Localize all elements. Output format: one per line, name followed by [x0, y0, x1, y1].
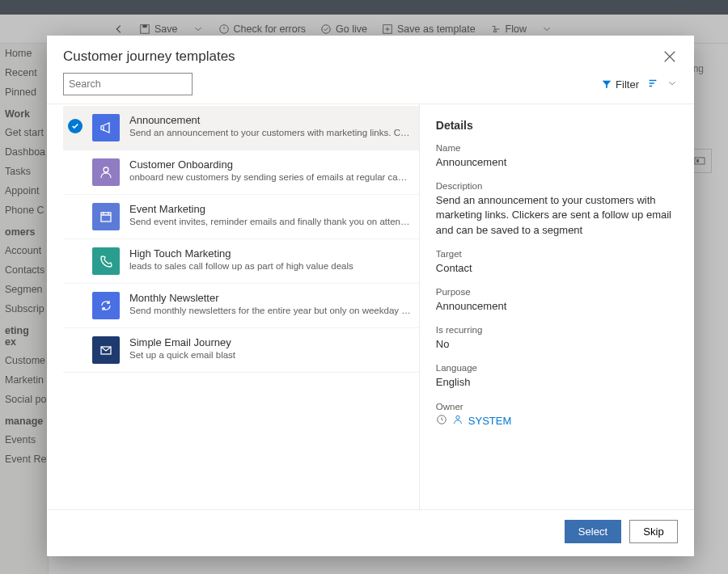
- detail-description-value: Send an announcement to your customers w…: [436, 193, 671, 238]
- template-item[interactable]: AnnouncementSend an announcement to your…: [63, 106, 419, 150]
- detail-target-label: Target: [436, 249, 671, 259]
- sort-dropdown[interactable]: [667, 78, 678, 91]
- svg-point-8: [104, 167, 108, 172]
- detail-name-value: Announcement: [436, 155, 671, 170]
- search-input[interactable]: [69, 78, 196, 90]
- detail-owner-value: SYSTEM: [436, 414, 671, 428]
- detail-language-label: Language: [436, 363, 671, 373]
- close-button[interactable]: [662, 49, 678, 65]
- detail-purpose-value: Announcement: [436, 299, 671, 314]
- detail-description-label: Description: [436, 181, 671, 191]
- dialog-footer: Select Skip: [47, 509, 694, 556]
- dialog-title: Customer journey templates: [63, 49, 235, 65]
- dialog-header: Customer journey templates: [47, 36, 694, 73]
- selected-check-icon: [68, 119, 83, 133]
- megaphone-icon: [92, 114, 120, 141]
- template-desc: Send event invites, reminder emails and …: [129, 217, 411, 226]
- detail-purpose-label: Purpose: [436, 287, 671, 297]
- filter-button[interactable]: Filter: [601, 78, 639, 91]
- cycle-icon: [92, 292, 120, 319]
- dialog-toolbar: Filter: [47, 73, 694, 103]
- sort-icon: [647, 78, 658, 89]
- svg-point-12: [456, 416, 459, 419]
- template-name: Customer Onboarding: [129, 158, 411, 171]
- template-item[interactable]: Simple Email JourneySet up a quick email…: [63, 328, 419, 373]
- template-name: Announcement: [129, 114, 411, 126]
- template-name: High Touch Marketing: [129, 247, 411, 260]
- phone-icon: [92, 247, 120, 275]
- person-icon: [452, 414, 463, 428]
- calendar-icon: [92, 203, 120, 230]
- filter-icon: [601, 78, 612, 90]
- detail-name-label: Name: [436, 143, 671, 153]
- template-desc: Send monthly newsletters for the entire …: [129, 306, 411, 315]
- template-item[interactable]: High Touch Marketingleads to sales call …: [63, 239, 419, 284]
- template-picker-dialog: Customer journey templates Filter Announ…: [47, 36, 694, 556]
- template-name: Simple Email Journey: [129, 336, 411, 348]
- detail-target-value: Contact: [436, 261, 671, 276]
- template-item[interactable]: Customer Onboardingonboard new customers…: [63, 150, 419, 195]
- owner-name[interactable]: SYSTEM: [468, 415, 511, 427]
- toolbar-right: Filter: [601, 78, 678, 91]
- sort-button[interactable]: [647, 78, 658, 91]
- clock-icon: [436, 414, 447, 428]
- svg-rect-9: [101, 213, 111, 222]
- chevron-down-icon: [667, 78, 678, 89]
- template-desc: Send an announcement to your customers w…: [129, 128, 411, 137]
- template-list: AnnouncementSend an announcement to your…: [63, 104, 420, 509]
- detail-owner-label: Owner: [436, 402, 671, 412]
- dialog-body: AnnouncementSend an announcement to your…: [47, 103, 694, 509]
- template-item[interactable]: Monthly NewsletterSend monthly newslette…: [63, 284, 419, 328]
- close-icon: [662, 49, 678, 65]
- search-box[interactable]: [63, 73, 193, 95]
- detail-recurring-label: Is recurring: [436, 325, 671, 335]
- template-name: Event Marketing: [129, 203, 411, 215]
- filter-label: Filter: [616, 78, 639, 91]
- select-button[interactable]: Select: [565, 520, 621, 543]
- template-desc: onboard new customers by sending series …: [129, 172, 411, 182]
- detail-pane: Details Name Announcement Description Se…: [420, 104, 678, 509]
- template-name: Monthly Newsletter: [129, 292, 411, 304]
- detail-heading: Details: [436, 119, 671, 132]
- person-icon: [92, 158, 120, 186]
- skip-button[interactable]: Skip: [629, 520, 678, 543]
- mail-icon: [92, 336, 120, 364]
- template-desc: Set up a quick email blast: [129, 350, 411, 360]
- template-desc: leads to sales call follow up as part of…: [129, 261, 411, 271]
- detail-recurring-value: No: [436, 337, 671, 352]
- template-item[interactable]: Event MarketingSend event invites, remin…: [63, 195, 419, 239]
- detail-language-value: English: [436, 375, 671, 390]
